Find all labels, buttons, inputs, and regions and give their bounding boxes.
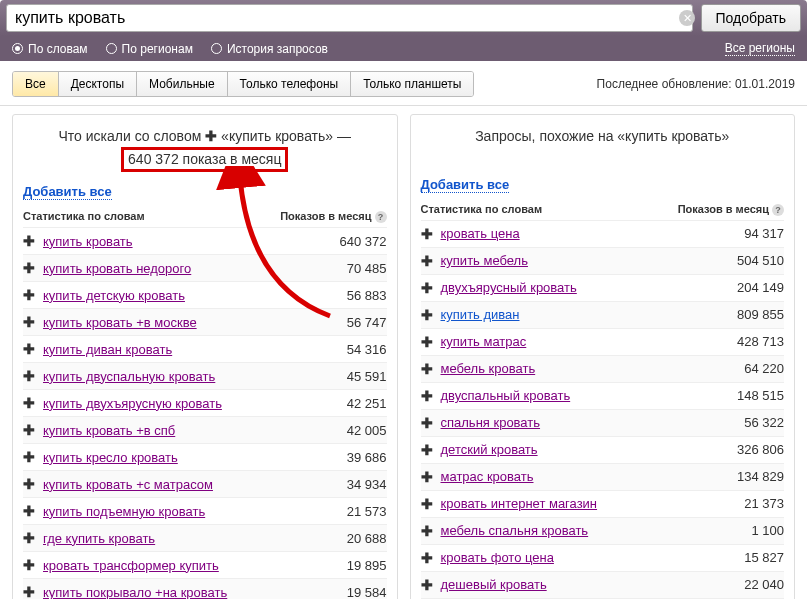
keyword-link[interactable]: купить диван кровать — [43, 342, 172, 357]
keyword-cell: купить кровать недорого — [43, 261, 317, 276]
keyword-link[interactable]: купить двуспальную кровать — [43, 369, 215, 384]
keyword-link[interactable]: матрас кровать — [441, 469, 534, 484]
add-icon[interactable]: ✚ — [421, 496, 435, 512]
keyword-cell: мебель кровать — [441, 361, 715, 376]
plus-icon[interactable]: ✚ — [205, 128, 217, 144]
count-cell: 204 149 — [714, 280, 784, 295]
keyword-link[interactable]: купить покрывало +на кровать — [43, 585, 227, 599]
keyword-cell: купить детскую кровать — [43, 288, 317, 303]
add-icon[interactable]: ✚ — [421, 280, 435, 296]
keyword-link[interactable]: купить кровать недорого — [43, 261, 191, 276]
add-icon[interactable]: ✚ — [23, 503, 37, 519]
table-row: ✚матрас кровать134 829 — [421, 464, 785, 491]
th-count: Показов в месяц? — [678, 203, 784, 216]
add-icon[interactable]: ✚ — [23, 260, 37, 276]
keyword-link[interactable]: где купить кровать — [43, 531, 155, 546]
add-icon[interactable]: ✚ — [421, 253, 435, 269]
table-row: ✚кровать фото цена15 827 — [421, 545, 785, 572]
device-tabs: Все Десктопы Мобильные Только телефоны Т… — [12, 71, 474, 97]
add-icon[interactable]: ✚ — [421, 442, 435, 458]
add-icon[interactable]: ✚ — [23, 341, 37, 357]
radio-icon — [12, 43, 23, 54]
keyword-cell: кровать трансформер купить — [43, 558, 317, 573]
highlighted-stats: 640 372 показа в месяц — [121, 147, 288, 173]
all-regions-link[interactable]: Все регионы — [725, 41, 795, 56]
add-all-link[interactable]: Добавить все — [23, 184, 112, 200]
keyword-link[interactable]: купить кровать +в спб — [43, 423, 175, 438]
add-icon[interactable]: ✚ — [23, 476, 37, 492]
keyword-link[interactable]: купить кресло кровать — [43, 450, 178, 465]
keyword-link[interactable]: двухъярусный кровать — [441, 280, 577, 295]
keyword-link[interactable]: купить мебель — [441, 253, 528, 268]
add-icon[interactable]: ✚ — [421, 577, 435, 593]
keyword-link[interactable]: дешевый кровать — [441, 577, 547, 592]
add-icon[interactable]: ✚ — [23, 557, 37, 573]
add-icon[interactable]: ✚ — [421, 415, 435, 431]
add-icon[interactable]: ✚ — [23, 449, 37, 465]
table-row: ✚купить подъемную кровать21 573 — [23, 498, 387, 525]
clear-icon[interactable]: ✕ — [679, 10, 695, 26]
tab-mobile[interactable]: Мобильные — [137, 72, 228, 96]
keyword-link[interactable]: купить подъемную кровать — [43, 504, 205, 519]
th-word: Статистика по словам — [23, 210, 280, 223]
keyword-cell: купить кровать +в спб — [43, 423, 317, 438]
add-all-link[interactable]: Добавить все — [421, 177, 510, 193]
keyword-link[interactable]: купить матрас — [441, 334, 527, 349]
count-cell: 34 934 — [317, 477, 387, 492]
radio-icon — [106, 43, 117, 54]
keyword-cell: купить двуспальную кровать — [43, 369, 317, 384]
keyword-cell: двуспальный кровать — [441, 388, 715, 403]
search-input[interactable] — [6, 4, 693, 32]
keyword-link[interactable]: детский кровать — [441, 442, 538, 457]
tab-tablets[interactable]: Только планшеты — [351, 72, 473, 96]
add-icon[interactable]: ✚ — [23, 287, 37, 303]
add-icon[interactable]: ✚ — [421, 550, 435, 566]
table-row: ✚мебель спальня кровать1 100 — [421, 518, 785, 545]
add-icon[interactable]: ✚ — [23, 368, 37, 384]
add-icon[interactable]: ✚ — [23, 584, 37, 599]
keyword-link[interactable]: кровать интернет магазин — [441, 496, 598, 511]
count-cell: 56 747 — [317, 315, 387, 330]
keyword-link[interactable]: купить детскую кровать — [43, 288, 185, 303]
table-row: ✚спальня кровать56 322 — [421, 410, 785, 437]
tab-desktops[interactable]: Десктопы — [59, 72, 137, 96]
count-cell: 45 591 — [317, 369, 387, 384]
keyword-cell: купить кресло кровать — [43, 450, 317, 465]
radio-icon — [211, 43, 222, 54]
keyword-link[interactable]: купить диван — [441, 307, 520, 322]
option-by-words[interactable]: По словам — [12, 42, 88, 56]
keyword-link[interactable]: кровать цена — [441, 226, 520, 241]
add-icon[interactable]: ✚ — [421, 334, 435, 350]
add-icon[interactable]: ✚ — [23, 314, 37, 330]
keyword-cell: кровать интернет магазин — [441, 496, 715, 511]
add-icon[interactable]: ✚ — [23, 233, 37, 249]
keyword-link[interactable]: мебель спальня кровать — [441, 523, 589, 538]
add-icon[interactable]: ✚ — [421, 388, 435, 404]
keyword-cell: купить двухъярусную кровать — [43, 396, 317, 411]
keyword-link[interactable]: двуспальный кровать — [441, 388, 571, 403]
keyword-link[interactable]: купить кровать +с матрасом — [43, 477, 213, 492]
keyword-link[interactable]: купить двухъярусную кровать — [43, 396, 222, 411]
submit-button[interactable]: Подобрать — [701, 4, 802, 32]
keyword-link[interactable]: спальня кровать — [441, 415, 541, 430]
add-icon[interactable]: ✚ — [421, 226, 435, 242]
keyword-link[interactable]: купить кровать +в москве — [43, 315, 197, 330]
add-icon[interactable]: ✚ — [421, 523, 435, 539]
option-by-regions[interactable]: По регионам — [106, 42, 193, 56]
count-cell: 39 686 — [317, 450, 387, 465]
add-icon[interactable]: ✚ — [23, 422, 37, 438]
add-icon[interactable]: ✚ — [421, 361, 435, 377]
add-icon[interactable]: ✚ — [23, 395, 37, 411]
option-history[interactable]: История запросов — [211, 42, 328, 56]
help-icon[interactable]: ? — [375, 211, 387, 223]
add-icon[interactable]: ✚ — [23, 530, 37, 546]
add-icon[interactable]: ✚ — [421, 469, 435, 485]
help-icon[interactable]: ? — [772, 204, 784, 216]
keyword-link[interactable]: кровать трансформер купить — [43, 558, 219, 573]
keyword-link[interactable]: мебель кровать — [441, 361, 536, 376]
tab-phones[interactable]: Только телефоны — [228, 72, 352, 96]
add-icon[interactable]: ✚ — [421, 307, 435, 323]
tab-all[interactable]: Все — [13, 72, 59, 96]
keyword-link[interactable]: кровать фото цена — [441, 550, 554, 565]
keyword-link[interactable]: купить кровать — [43, 234, 133, 249]
